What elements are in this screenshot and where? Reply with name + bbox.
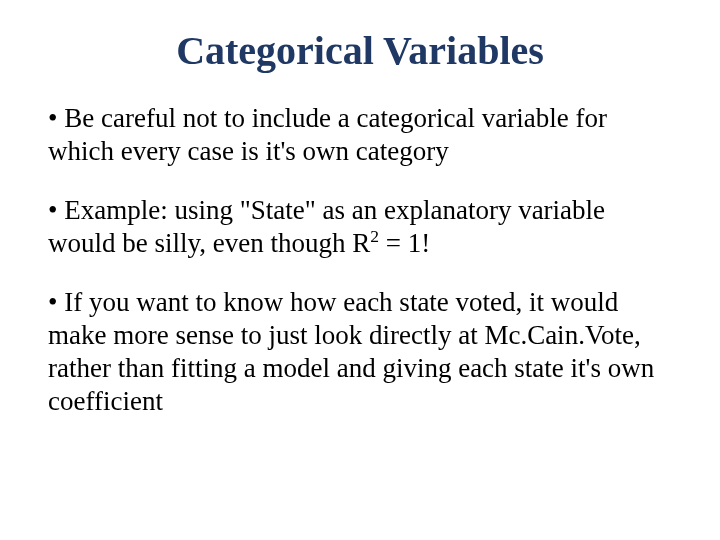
bullet-2: • Example: using "State" as an explanato… [48,194,672,260]
bullet-2-sup: 2 [370,226,379,246]
slide: Categorical Variables • Be careful not t… [0,0,720,540]
bullet-2-text-post: = 1! [379,228,430,258]
bullet-1: • Be careful not to include a categorica… [48,102,672,168]
bullet-2-text-pre: • Example: using "State" as an explanato… [48,195,605,258]
slide-title: Categorical Variables [48,28,672,74]
bullet-3: • If you want to know how each state vot… [48,286,672,418]
